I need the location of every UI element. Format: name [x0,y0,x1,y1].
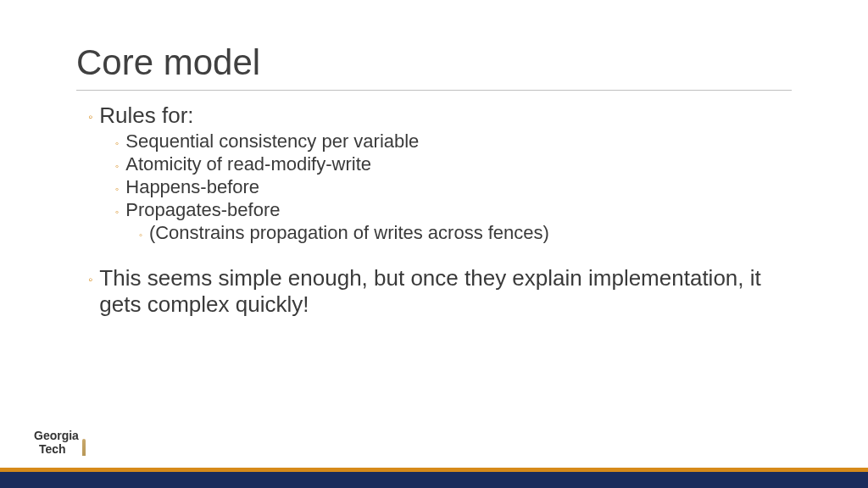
slide-container: Core model ◦ Rules for: ◦ Sequential con… [0,0,868,488]
logo-text: Georgia Tech [34,430,79,456]
bullet-marker: ◦ [115,183,119,195]
bullet-level3: ◦ (Constrains propagation of writes acro… [76,222,792,244]
spacer [76,245,792,265]
bullet-marker: ◦ [115,137,119,149]
bullet-level2: ◦ Happens-before [76,176,792,198]
content-area: ◦ Rules for: ◦ Sequential consistency pe… [76,103,792,318]
georgia-tech-logo: Georgia Tech [34,430,87,456]
bullet-level1: ◦ This seems simple enough, but once the… [76,265,792,318]
footer-bar [0,468,868,488]
title-underline [76,90,792,91]
bullet-level1: ◦ Rules for: [76,103,792,129]
bullet-marker: ◦ [88,272,92,286]
bullet-text: Sequential consistency per variable [125,130,419,152]
bullet-marker: ◦ [115,160,119,172]
bullet-text: Happens-before [125,176,259,198]
bullet-text: (Constrains propagation of writes across… [149,222,549,244]
bullet-text: Propagates-before [125,199,280,221]
bullet-text: Atomicity of read-modify-write [125,153,371,175]
bullet-level2: ◦ Atomicity of read-modify-write [76,153,792,175]
logo-line2: Tech [34,443,79,456]
logo-tower-icon [81,434,87,456]
footer-accent-navy [0,472,868,488]
bullet-marker: ◦ [115,206,119,218]
bullet-level2: ◦ Propagates-before [76,199,792,221]
logo-line1: Georgia [34,430,79,442]
bullet-marker: ◦ [88,109,92,124]
bullet-text: Rules for: [99,103,193,129]
bullet-level2: ◦ Sequential consistency per variable [76,130,792,152]
bullet-text: This seems simple enough, but once they … [99,265,792,318]
bullet-marker: ◦ [139,230,142,240]
slide-title: Core model [76,42,792,83]
